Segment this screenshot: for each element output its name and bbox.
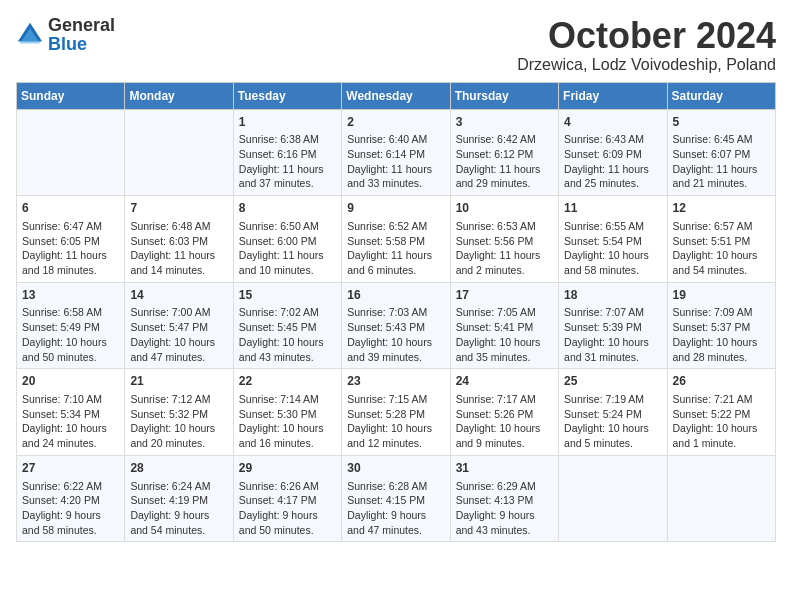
calendar-table: SundayMondayTuesdayWednesdayThursdayFrid…: [16, 82, 776, 543]
day-number: 17: [456, 287, 553, 304]
calendar-cell: 11Sunrise: 6:55 AM Sunset: 5:54 PM Dayli…: [559, 196, 667, 283]
logo-general: General: [48, 15, 115, 35]
day-info: Sunrise: 6:47 AM Sunset: 6:05 PM Dayligh…: [22, 219, 119, 278]
day-number: 18: [564, 287, 661, 304]
day-info: Sunrise: 6:29 AM Sunset: 4:13 PM Dayligh…: [456, 479, 553, 538]
calendar-cell: 4Sunrise: 6:43 AM Sunset: 6:09 PM Daylig…: [559, 109, 667, 196]
header-day: Thursday: [450, 82, 558, 109]
day-number: 4: [564, 114, 661, 131]
day-info: Sunrise: 6:22 AM Sunset: 4:20 PM Dayligh…: [22, 479, 119, 538]
header-row: SundayMondayTuesdayWednesdayThursdayFrid…: [17, 82, 776, 109]
day-info: Sunrise: 6:57 AM Sunset: 5:51 PM Dayligh…: [673, 219, 770, 278]
day-number: 23: [347, 373, 444, 390]
day-number: 15: [239, 287, 336, 304]
calendar-cell: 19Sunrise: 7:09 AM Sunset: 5:37 PM Dayli…: [667, 282, 775, 369]
day-info: Sunrise: 6:24 AM Sunset: 4:19 PM Dayligh…: [130, 479, 227, 538]
day-info: Sunrise: 7:05 AM Sunset: 5:41 PM Dayligh…: [456, 305, 553, 364]
calendar-cell: 23Sunrise: 7:15 AM Sunset: 5:28 PM Dayli…: [342, 369, 450, 456]
calendar-cell: 10Sunrise: 6:53 AM Sunset: 5:56 PM Dayli…: [450, 196, 558, 283]
calendar-cell: 18Sunrise: 7:07 AM Sunset: 5:39 PM Dayli…: [559, 282, 667, 369]
day-info: Sunrise: 7:15 AM Sunset: 5:28 PM Dayligh…: [347, 392, 444, 451]
logo-text: General Blue: [48, 16, 115, 54]
calendar-cell: 21Sunrise: 7:12 AM Sunset: 5:32 PM Dayli…: [125, 369, 233, 456]
day-info: Sunrise: 6:43 AM Sunset: 6:09 PM Dayligh…: [564, 132, 661, 191]
day-info: Sunrise: 6:53 AM Sunset: 5:56 PM Dayligh…: [456, 219, 553, 278]
calendar-cell: [667, 455, 775, 542]
day-number: 19: [673, 287, 770, 304]
day-info: Sunrise: 6:45 AM Sunset: 6:07 PM Dayligh…: [673, 132, 770, 191]
day-number: 7: [130, 200, 227, 217]
day-number: 22: [239, 373, 336, 390]
header-day: Tuesday: [233, 82, 341, 109]
day-number: 9: [347, 200, 444, 217]
day-number: 11: [564, 200, 661, 217]
header-day: Sunday: [17, 82, 125, 109]
day-number: 31: [456, 460, 553, 477]
day-number: 3: [456, 114, 553, 131]
calendar-cell: 30Sunrise: 6:28 AM Sunset: 4:15 PM Dayli…: [342, 455, 450, 542]
day-info: Sunrise: 6:48 AM Sunset: 6:03 PM Dayligh…: [130, 219, 227, 278]
day-number: 6: [22, 200, 119, 217]
day-number: 28: [130, 460, 227, 477]
day-info: Sunrise: 6:38 AM Sunset: 6:16 PM Dayligh…: [239, 132, 336, 191]
calendar-subtitle: Drzewica, Lodz Voivodeship, Poland: [517, 56, 776, 74]
logo: General Blue: [16, 16, 115, 54]
title-block: October 2024 Drzewica, Lodz Voivodeship,…: [517, 16, 776, 74]
calendar-cell: 25Sunrise: 7:19 AM Sunset: 5:24 PM Dayli…: [559, 369, 667, 456]
calendar-cell: 12Sunrise: 6:57 AM Sunset: 5:51 PM Dayli…: [667, 196, 775, 283]
calendar-title: October 2024: [517, 16, 776, 56]
day-number: 8: [239, 200, 336, 217]
day-number: 30: [347, 460, 444, 477]
calendar-body: 1Sunrise: 6:38 AM Sunset: 6:16 PM Daylig…: [17, 109, 776, 542]
day-number: 5: [673, 114, 770, 131]
day-info: Sunrise: 7:19 AM Sunset: 5:24 PM Dayligh…: [564, 392, 661, 451]
header-day: Friday: [559, 82, 667, 109]
day-number: 27: [22, 460, 119, 477]
header-day: Wednesday: [342, 82, 450, 109]
calendar-cell: 16Sunrise: 7:03 AM Sunset: 5:43 PM Dayli…: [342, 282, 450, 369]
day-number: 16: [347, 287, 444, 304]
day-info: Sunrise: 6:52 AM Sunset: 5:58 PM Dayligh…: [347, 219, 444, 278]
calendar-week-row: 6Sunrise: 6:47 AM Sunset: 6:05 PM Daylig…: [17, 196, 776, 283]
day-info: Sunrise: 7:09 AM Sunset: 5:37 PM Dayligh…: [673, 305, 770, 364]
calendar-cell: [125, 109, 233, 196]
day-info: Sunrise: 7:03 AM Sunset: 5:43 PM Dayligh…: [347, 305, 444, 364]
day-number: 24: [456, 373, 553, 390]
day-info: Sunrise: 7:21 AM Sunset: 5:22 PM Dayligh…: [673, 392, 770, 451]
day-number: 25: [564, 373, 661, 390]
day-info: Sunrise: 7:14 AM Sunset: 5:30 PM Dayligh…: [239, 392, 336, 451]
day-info: Sunrise: 6:50 AM Sunset: 6:00 PM Dayligh…: [239, 219, 336, 278]
calendar-week-row: 27Sunrise: 6:22 AM Sunset: 4:20 PM Dayli…: [17, 455, 776, 542]
calendar-cell: [559, 455, 667, 542]
day-number: 1: [239, 114, 336, 131]
calendar-cell: 14Sunrise: 7:00 AM Sunset: 5:47 PM Dayli…: [125, 282, 233, 369]
day-number: 10: [456, 200, 553, 217]
header-day: Saturday: [667, 82, 775, 109]
day-number: 14: [130, 287, 227, 304]
calendar-cell: 13Sunrise: 6:58 AM Sunset: 5:49 PM Dayli…: [17, 282, 125, 369]
header: General Blue October 2024 Drzewica, Lodz…: [16, 16, 776, 74]
day-number: 20: [22, 373, 119, 390]
calendar-cell: 3Sunrise: 6:42 AM Sunset: 6:12 PM Daylig…: [450, 109, 558, 196]
day-number: 26: [673, 373, 770, 390]
calendar-cell: 17Sunrise: 7:05 AM Sunset: 5:41 PM Dayli…: [450, 282, 558, 369]
day-number: 29: [239, 460, 336, 477]
day-number: 12: [673, 200, 770, 217]
calendar-cell: 15Sunrise: 7:02 AM Sunset: 5:45 PM Dayli…: [233, 282, 341, 369]
calendar-week-row: 1Sunrise: 6:38 AM Sunset: 6:16 PM Daylig…: [17, 109, 776, 196]
calendar-week-row: 13Sunrise: 6:58 AM Sunset: 5:49 PM Dayli…: [17, 282, 776, 369]
logo-blue: Blue: [48, 34, 87, 54]
calendar-cell: 8Sunrise: 6:50 AM Sunset: 6:00 PM Daylig…: [233, 196, 341, 283]
calendar-cell: 7Sunrise: 6:48 AM Sunset: 6:03 PM Daylig…: [125, 196, 233, 283]
day-info: Sunrise: 7:00 AM Sunset: 5:47 PM Dayligh…: [130, 305, 227, 364]
calendar-cell: 9Sunrise: 6:52 AM Sunset: 5:58 PM Daylig…: [342, 196, 450, 283]
calendar-cell: 29Sunrise: 6:26 AM Sunset: 4:17 PM Dayli…: [233, 455, 341, 542]
calendar-cell: 31Sunrise: 6:29 AM Sunset: 4:13 PM Dayli…: [450, 455, 558, 542]
calendar-cell: 28Sunrise: 6:24 AM Sunset: 4:19 PM Dayli…: [125, 455, 233, 542]
calendar-cell: 5Sunrise: 6:45 AM Sunset: 6:07 PM Daylig…: [667, 109, 775, 196]
calendar-cell: 20Sunrise: 7:10 AM Sunset: 5:34 PM Dayli…: [17, 369, 125, 456]
day-number: 21: [130, 373, 227, 390]
calendar-cell: 27Sunrise: 6:22 AM Sunset: 4:20 PM Dayli…: [17, 455, 125, 542]
day-info: Sunrise: 6:40 AM Sunset: 6:14 PM Dayligh…: [347, 132, 444, 191]
logo-icon: [16, 21, 44, 49]
